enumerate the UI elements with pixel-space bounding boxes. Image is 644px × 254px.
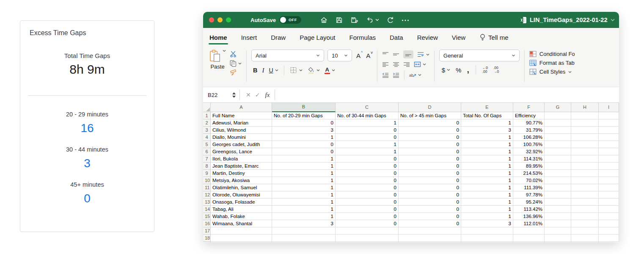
cell-D15[interactable]: 0 <box>399 213 461 220</box>
column-header-G[interactable]: G <box>545 103 571 112</box>
redo-button[interactable] <box>386 16 394 24</box>
align-bottom-button[interactable] <box>403 50 413 58</box>
cell-A8[interactable]: Jean Baptiste, Emarc <box>211 163 272 170</box>
increase-indent-button[interactable] <box>393 72 399 78</box>
home-button[interactable] <box>320 16 328 24</box>
decrease-indent-button[interactable] <box>382 72 389 78</box>
row-header-4[interactable]: 4 <box>203 134 211 141</box>
cell-E4[interactable]: 1 <box>461 134 513 141</box>
font-color-button[interactable]: A <box>325 67 335 74</box>
cell-C17[interactable] <box>336 227 399 235</box>
cell-B11[interactable]: 1 <box>272 184 336 191</box>
cell-F8[interactable]: 89.95% <box>513 163 545 170</box>
row-header-18[interactable]: 18 <box>203 235 211 242</box>
cell-A12[interactable]: Olorode, Oluwayemisi <box>211 191 272 199</box>
cell-B18[interactable] <box>272 235 336 242</box>
cell-D9[interactable]: 0 <box>399 170 461 177</box>
cell-A10[interactable]: Metsiya, Akosiwa <box>211 177 272 184</box>
cell-D1[interactable]: No. of > 45 min Gaps <box>399 112 461 119</box>
cell-C4[interactable]: 0 <box>336 134 399 141</box>
cell-B8[interactable]: 1 <box>272 163 336 170</box>
paste-button[interactable]: Paste <box>209 50 226 76</box>
cell-A3[interactable]: Cilius, Wilmond <box>211 127 272 134</box>
cell-G5[interactable] <box>545 141 571 148</box>
cell-D13[interactable]: 0 <box>399 199 461 206</box>
cell-I15[interactable] <box>599 213 619 220</box>
cell-E3[interactable]: 3 <box>461 127 513 134</box>
cell-B14[interactable]: 1 <box>272 206 336 213</box>
cell-F4[interactable]: 106.28% <box>513 134 545 141</box>
cell-A19[interactable] <box>211 242 272 242</box>
cell-B1[interactable]: No. of 20-29 min Gaps <box>272 112 336 119</box>
confirm-entry-button[interactable]: ✓ <box>255 91 260 98</box>
cell-F2[interactable]: 90.77% <box>513 119 545 127</box>
cell-E1[interactable]: Total No. Of Gaps <box>461 112 513 119</box>
format-painter-button[interactable] <box>230 69 242 76</box>
autosave-toggle[interactable]: OFF <box>279 16 301 24</box>
row-header-6[interactable]: 6 <box>203 148 211 155</box>
cell-F14[interactable]: 113.42% <box>513 206 545 213</box>
tab-page-layout[interactable]: Page Layout <box>300 28 335 47</box>
name-box-stepper[interactable] <box>232 92 236 98</box>
cell-E5[interactable]: 1 <box>461 141 513 148</box>
column-header-E[interactable]: E <box>461 103 513 112</box>
font-size-select[interactable]: 10 <box>328 50 352 61</box>
cell-E13[interactable]: 1 <box>461 199 513 206</box>
cell-H15[interactable] <box>571 213 599 220</box>
column-header-H[interactable]: H <box>571 103 599 112</box>
cell-I16[interactable] <box>599 220 619 227</box>
cell-F18[interactable] <box>513 235 545 242</box>
cell-G7[interactable] <box>545 155 571 163</box>
cell-G17[interactable] <box>545 227 571 235</box>
underline-button[interactable]: U <box>269 67 278 74</box>
cut-button[interactable] <box>230 51 242 58</box>
cell-B12[interactable]: 1 <box>272 191 336 199</box>
cell-C16[interactable]: 0 <box>336 220 399 227</box>
decrease-decimal-button[interactable]: .00 →0 <box>493 66 499 74</box>
cell-H6[interactable] <box>571 148 599 155</box>
cell-B2[interactable]: 0 <box>272 119 336 127</box>
column-header-D[interactable]: D <box>399 103 461 112</box>
cell-A17[interactable] <box>211 227 272 235</box>
cell-C2[interactable]: 1 <box>336 119 399 127</box>
borders-button[interactable] <box>290 67 303 74</box>
cell-G4[interactable] <box>545 134 571 141</box>
cell-F11[interactable]: 111.39% <box>513 184 545 191</box>
save-as-button[interactable] <box>350 16 359 24</box>
cell-G11[interactable] <box>545 184 571 191</box>
cell-D2[interactable]: 0 <box>399 119 461 127</box>
cell-I19[interactable] <box>599 242 619 242</box>
name-box[interactable]: B22 <box>203 92 239 98</box>
cancel-entry-button[interactable]: ✕ <box>246 91 251 98</box>
tab-formulas[interactable]: Formulas <box>349 28 376 47</box>
cell-F13[interactable]: 95.24% <box>513 199 545 206</box>
tab-tell-me[interactable]: Tell me <box>479 28 509 47</box>
cell-B15[interactable]: 1 <box>272 213 336 220</box>
cell-A7[interactable]: Ilori, Bukola <box>211 155 272 163</box>
cell-E15[interactable]: 1 <box>461 213 513 220</box>
cell-B5[interactable]: 0 <box>272 141 336 148</box>
cell-H18[interactable] <box>571 235 599 242</box>
cell-I10[interactable] <box>599 177 619 184</box>
cell-B7[interactable]: 1 <box>272 155 336 163</box>
cell-G13[interactable] <box>545 199 571 206</box>
more-commands-button[interactable] <box>402 16 409 24</box>
cell-D11[interactable]: 0 <box>399 184 461 191</box>
cell-E6[interactable]: 1 <box>461 148 513 155</box>
cell-H4[interactable] <box>571 134 599 141</box>
row-header-14[interactable]: 14 <box>203 206 211 213</box>
cell-I13[interactable] <box>599 199 619 206</box>
align-middle-button[interactable] <box>393 52 399 57</box>
cell-H12[interactable] <box>571 191 599 199</box>
cell-F16[interactable]: 112.01% <box>513 220 545 227</box>
cell-H17[interactable] <box>571 227 599 235</box>
cell-B10[interactable]: 1 <box>272 177 336 184</box>
tab-draw[interactable]: Draw <box>271 28 286 47</box>
copy-button[interactable] <box>230 60 242 67</box>
cell-G15[interactable] <box>545 213 571 220</box>
cell-C13[interactable]: 0 <box>336 199 399 206</box>
cell-F15[interactable]: 136.96% <box>513 213 545 220</box>
row-header-5[interactable]: 5 <box>203 141 211 148</box>
fill-color-button[interactable] <box>307 67 320 74</box>
cell-D17[interactable] <box>399 227 461 235</box>
